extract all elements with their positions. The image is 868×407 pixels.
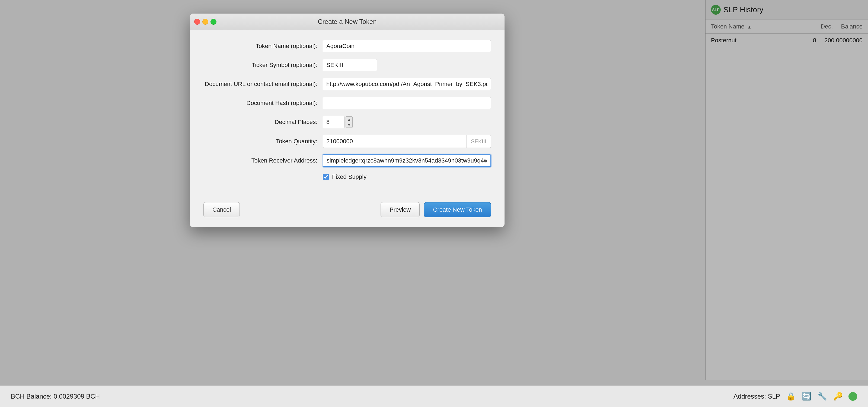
decimal-spinner-wrapper: ▲ ▼ (323, 116, 352, 128)
document-hash-row: Document Hash (optional): (204, 97, 491, 109)
dialog-body: Token Name (optional): Ticker Symbol (op… (190, 30, 504, 197)
status-bar: BCH Balance: 0.0029309 BCH Addresses: SL… (0, 385, 868, 407)
decimal-decrement-button[interactable]: ▼ (346, 122, 352, 128)
refresh-icon[interactable]: 🔄 (801, 391, 812, 402)
document-hash-input[interactable] (323, 97, 491, 109)
token-name-input[interactable] (323, 40, 491, 52)
cancel-button[interactable]: Cancel (204, 202, 240, 217)
traffic-lights (194, 19, 216, 25)
ticker-symbol-row: Ticker Symbol (optional): (204, 59, 491, 71)
addresses-label: Addresses: SLP (734, 393, 780, 400)
quantity-suffix: SEKIII (466, 135, 491, 148)
dialog-titlebar: Create a New Token (190, 13, 504, 30)
bch-balance: BCH Balance: 0.0029309 BCH (11, 393, 100, 400)
close-button[interactable] (194, 19, 200, 25)
quantity-wrapper: SEKIII (323, 135, 491, 148)
minimize-button[interactable] (203, 19, 208, 25)
token-quantity-input[interactable] (323, 135, 466, 148)
dialog-footer: Cancel Preview Create New Token (190, 197, 504, 227)
decimal-spinner-buttons: ▲ ▼ (346, 116, 352, 128)
document-url-input[interactable] (323, 78, 491, 90)
ticker-symbol-label: Ticker Symbol (optional): (204, 62, 317, 69)
token-quantity-label: Token Quantity: (204, 138, 317, 145)
dialog-title: Create a New Token (318, 18, 376, 26)
token-name-label: Token Name (optional): (204, 42, 317, 50)
document-url-label: Document URL or contact email (optional)… (204, 81, 317, 88)
token-receiver-label: Token Receiver Address: (204, 157, 317, 164)
token-receiver-input[interactable] (323, 154, 491, 167)
decimal-places-row: Decimal Places: ▲ ▼ (204, 116, 491, 128)
connection-status-indicator (848, 392, 857, 401)
tools-icon[interactable]: 🔧 (817, 391, 827, 402)
lock-icon[interactable]: 🔒 (785, 391, 796, 402)
decimal-places-label: Decimal Places: (204, 119, 317, 126)
token-receiver-row: Token Receiver Address: (204, 154, 491, 167)
create-token-dialog: Create a New Token Token Name (optional)… (190, 13, 504, 227)
create-new-token-button[interactable]: Create New Token (424, 202, 491, 217)
token-name-row: Token Name (optional): (204, 40, 491, 52)
fixed-supply-checkbox[interactable] (323, 174, 329, 180)
decimal-places-input[interactable] (323, 116, 344, 128)
preview-button[interactable]: Preview (380, 202, 420, 217)
document-hash-label: Document Hash (optional): (204, 100, 317, 106)
fixed-supply-label[interactable]: Fixed Supply (332, 174, 367, 181)
fixed-supply-row: Fixed Supply (323, 174, 491, 181)
footer-right-buttons: Preview Create New Token (380, 202, 491, 217)
status-right: Addresses: SLP 🔒 🔄 🔧 🔑 (734, 391, 857, 402)
document-url-row: Document URL or contact email (optional)… (204, 78, 491, 90)
key-icon[interactable]: 🔑 (833, 391, 843, 402)
decimal-increment-button[interactable]: ▲ (346, 117, 352, 122)
maximize-button[interactable] (211, 19, 216, 25)
ticker-symbol-input[interactable] (323, 59, 377, 71)
token-quantity-row: Token Quantity: SEKIII (204, 135, 491, 148)
